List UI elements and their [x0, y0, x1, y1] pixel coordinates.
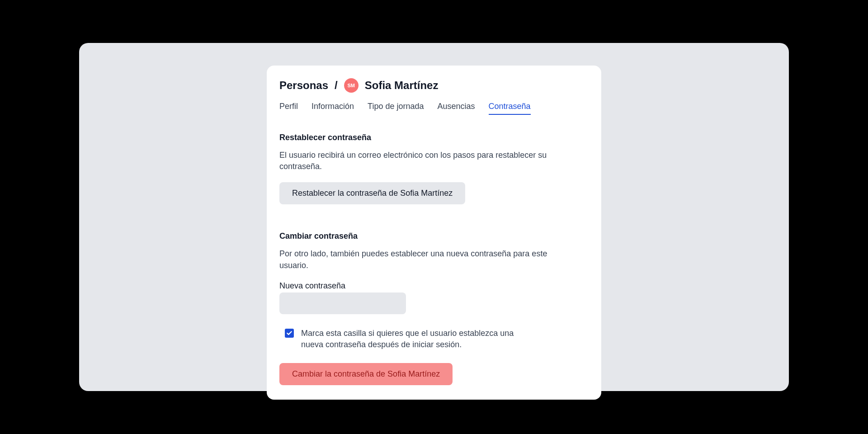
new-password-input[interactable]: [279, 292, 406, 314]
breadcrumb-root[interactable]: Personas: [279, 79, 328, 92]
tab-profile[interactable]: Perfil: [279, 102, 298, 115]
tab-absences[interactable]: Ausencias: [437, 102, 475, 115]
reset-title: Restablecer contraseña: [279, 133, 589, 142]
tab-info[interactable]: Información: [311, 102, 354, 115]
tabs: Perfil Información Tipo de jornada Ausen…: [279, 102, 589, 115]
change-description: Por otro lado, también puedes establecer…: [279, 248, 560, 271]
change-title: Cambiar contraseña: [279, 231, 589, 241]
reset-password-section: Restablecer contraseña El usuario recibi…: [279, 133, 589, 204]
force-reset-row: Marca esta casilla si quieres que el usu…: [279, 328, 589, 350]
page-background: Personas / SM Sofia Martínez Perfil Info…: [79, 43, 789, 391]
tab-schedule[interactable]: Tipo de jornada: [368, 102, 424, 115]
settings-card: Personas / SM Sofia Martínez Perfil Info…: [267, 66, 601, 400]
force-reset-label: Marca esta casilla si quieres que el usu…: [301, 328, 527, 350]
tab-password[interactable]: Contraseña: [489, 102, 531, 115]
reset-description: El usuario recibirá un correo electrónic…: [279, 150, 560, 172]
breadcrumb: Personas / SM Sofia Martínez: [279, 78, 589, 93]
reset-password-button[interactable]: Restablecer la contraseña de Sofia Martí…: [279, 182, 465, 204]
change-password-button[interactable]: Cambiar la contraseña de Sofia Martínez: [279, 363, 453, 385]
force-reset-checkbox[interactable]: [285, 329, 294, 338]
breadcrumb-separator: /: [335, 79, 338, 92]
new-password-label: Nueva contraseña: [279, 281, 589, 291]
check-icon: [286, 330, 292, 336]
breadcrumb-person-name: Sofia Martínez: [365, 79, 439, 92]
change-password-section: Cambiar contraseña Por otro lado, tambié…: [279, 231, 589, 385]
avatar: SM: [344, 78, 359, 93]
